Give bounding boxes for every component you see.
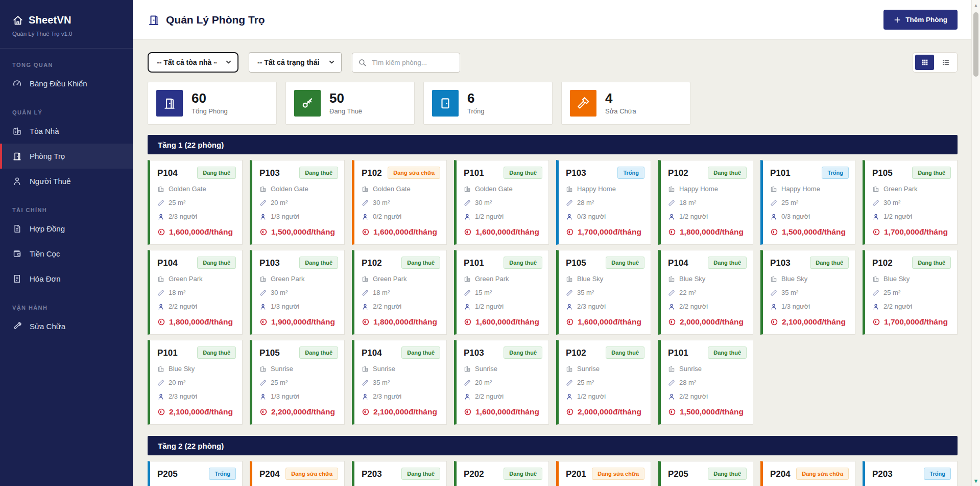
room-occupancy: 0/2 người	[373, 212, 401, 221]
search-icon	[358, 58, 367, 67]
room-card[interactable]: P203 Đang thuê Golden Gate	[352, 461, 447, 486]
room-occupancy: 2/3 người	[577, 302, 606, 311]
sidebar-item-contracts[interactable]: Hợp Đồng	[0, 216, 133, 241]
building-icon	[668, 186, 675, 193]
room-price: 2,000,000đ/tháng	[578, 407, 641, 416]
ruler-icon	[259, 379, 267, 386]
room-card[interactable]: P101 Đang thuê Green Park 15 m² 1/2 ngườ…	[454, 250, 549, 335]
room-building: Green Park	[271, 274, 304, 284]
room-card[interactable]: P103 Đang thuê Sunrise 20 m² 2/2 người 1…	[454, 340, 549, 425]
room-number: P105	[872, 167, 893, 180]
room-card[interactable]: P205 Đang thuê Happy Home	[658, 461, 753, 486]
sidebar-item-dashboard[interactable]: Bảng Điều Khiển	[0, 71, 133, 96]
room-card[interactable]: P204 Đang sửa chữa Happy Home	[760, 461, 855, 486]
sidebar-item-label: Bảng Điều Khiển	[30, 79, 87, 88]
room-card[interactable]: P103 Đang thuê Blue Sky 35 m² 1/3 người …	[760, 250, 855, 335]
room-building: Blue Sky	[781, 274, 807, 284]
stat-card: 6 Trống	[423, 82, 553, 125]
stat-value: 6	[467, 91, 484, 105]
room-number: P104	[362, 346, 382, 360]
room-card[interactable]: P101 Trống Happy Home 25 m² 0/3 người 1,…	[760, 160, 855, 245]
room-number: P201	[566, 468, 586, 481]
coin-icon	[362, 318, 370, 326]
room-card[interactable]: P101 Đang thuê Sunrise 28 m² 2/2 người 1…	[658, 340, 753, 425]
room-building: Sunrise	[373, 364, 395, 374]
sidebar-item-label: Tiền Cọc	[30, 249, 60, 258]
status-badge: Đang thuê	[708, 468, 747, 480]
room-card[interactable]: P105 Đang thuê Green Park 30 m² 1/2 ngườ…	[863, 160, 958, 245]
room-area: 18 m²	[679, 198, 696, 207]
status-badge: Đang thuê	[504, 257, 542, 269]
person-icon	[464, 213, 471, 220]
building-icon	[259, 275, 267, 283]
status-badge: Trống	[209, 468, 236, 480]
sidebar-item-tenants[interactable]: Người Thuê	[0, 169, 133, 194]
search-input[interactable]	[352, 53, 460, 73]
person-icon	[566, 213, 573, 220]
status-filter-select[interactable]: -- Tất cả trạng thái --	[249, 52, 342, 73]
room-card[interactable]: P104 Đang thuê Green Park 18 m² 2/2 ngườ…	[148, 250, 243, 335]
room-building: Blue Sky	[169, 364, 195, 374]
room-card[interactable]: P104 Đang thuê Sunrise 35 m² 2/3 người 2…	[352, 340, 447, 425]
room-card[interactable]: P202 Đang thuê Golden Gate	[454, 461, 549, 486]
room-card[interactable]: P104 Đang thuê Golden Gate 25 m² 2/3 ngư…	[148, 160, 243, 245]
gauge-icon	[12, 79, 22, 88]
room-area: 18 m²	[169, 288, 185, 297]
room-card[interactable]: P102 Đang thuê Green Park 18 m² 2/2 ngườ…	[352, 250, 447, 335]
room-card[interactable]: P102 Đang thuê Sunrise 25 m² 1/2 người 2…	[556, 340, 651, 425]
ruler-icon	[566, 289, 573, 296]
room-number: P104	[157, 257, 178, 270]
room-area: 30 m²	[475, 198, 492, 207]
main-area: Quản Lý Phòng Trọ Thêm Phòng -- Tất cả t…	[133, 0, 980, 486]
building-icon	[566, 365, 573, 373]
status-badge: Đang thuê	[197, 167, 236, 179]
sidebar-item-rooms[interactable]: Phòng Trọ	[0, 144, 133, 169]
room-card[interactable]: P205 Trống Golden Gate	[148, 461, 243, 486]
room-number: P204	[259, 468, 280, 481]
room-number: P205	[668, 468, 688, 481]
room-number: P102	[362, 167, 382, 180]
room-card[interactable]: P203 Trống Happy Home	[863, 461, 958, 486]
room-area: 20 m²	[169, 378, 185, 387]
room-area: 30 m²	[271, 288, 288, 297]
status-badge: Đang thuê	[708, 346, 747, 359]
room-card[interactable]: P102 Đang thuê Blue Sky 25 m² 2/2 người …	[863, 250, 958, 335]
building-filter-select[interactable]: -- Tất cả tòa nhà --	[148, 52, 238, 73]
scrollbar-thumb[interactable]	[973, 12, 978, 77]
room-number: P102	[668, 167, 688, 180]
room-card[interactable]: P102 Đang sửa chữa Golden Gate 30 m² 0/2…	[352, 160, 447, 245]
room-occupancy: 2/2 người	[679, 392, 708, 401]
floor-section: Tầng 1 (22 phòng) P104 Đang thuê Golden …	[148, 135, 958, 425]
room-card[interactable]: P103 Đang thuê Green Park 30 m² 1/3 ngườ…	[250, 250, 345, 335]
scrollbar-down-arrow[interactable]: ▼	[972, 477, 980, 485]
list-view-button[interactable]	[936, 55, 955, 70]
sidebar-item-deposits[interactable]: Tiền Cọc	[0, 241, 133, 266]
sidebar-item-invoices[interactable]: Hóa Đơn	[0, 266, 133, 291]
person-icon	[566, 393, 573, 400]
room-card[interactable]: P105 Đang thuê Sunrise 25 m² 1/3 người 2…	[250, 340, 345, 425]
room-card[interactable]: P103 Đang thuê Golden Gate 20 m² 1/3 ngư…	[250, 160, 345, 245]
room-number: P101	[770, 167, 791, 180]
add-room-button[interactable]: Thêm Phòng	[883, 10, 958, 30]
room-occupancy: 2/2 người	[373, 302, 401, 311]
building-icon	[362, 275, 369, 283]
sidebar-item-buildings[interactable]: Tòa Nhà	[0, 119, 133, 144]
ruler-icon	[566, 379, 573, 386]
status-badge: Đang thuê	[504, 167, 542, 179]
room-area: 30 m²	[883, 198, 900, 207]
grid-view-button[interactable]	[915, 55, 934, 70]
room-card[interactable]: P101 Đang thuê Golden Gate 30 m² 1/2 ngư…	[454, 160, 549, 245]
sidebar-item-repairs[interactable]: Sửa Chữa	[0, 314, 133, 339]
room-card[interactable]: P201 Đang sửa chữa Golden Gate	[556, 461, 651, 486]
ruler-icon	[668, 289, 675, 296]
scrollbar-up-arrow[interactable]: ▲	[972, 1, 980, 9]
room-card[interactable]: P204 Đang sửa chữa Golden Gate	[250, 461, 345, 486]
sidebar-item-label: Hóa Đơn	[30, 274, 61, 283]
room-card[interactable]: P105 Đang thuê Blue Sky 35 m² 2/3 người …	[556, 250, 651, 335]
scrollbar[interactable]: ▲ ▼	[971, 0, 980, 486]
room-card[interactable]: P104 Đang thuê Blue Sky 22 m² 2/2 người …	[658, 250, 753, 335]
room-card[interactable]: P102 Đang thuê Happy Home 18 m² 1/2 ngườ…	[658, 160, 753, 245]
room-card[interactable]: P103 Trống Happy Home 28 m² 0/3 người 1,…	[556, 160, 651, 245]
room-card[interactable]: P101 Đang thuê Blue Sky 20 m² 2/3 người …	[148, 340, 243, 425]
sidebar-item-label: Tòa Nhà	[30, 127, 59, 135]
